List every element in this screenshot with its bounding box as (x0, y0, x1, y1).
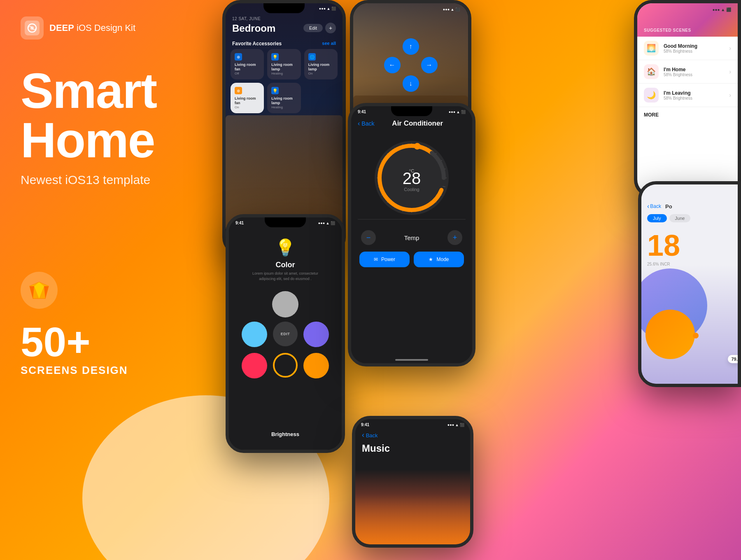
music-title: Music (355, 443, 470, 454)
edit-colors-button[interactable]: EDIT (273, 322, 298, 346)
tile-fan-off-name: Living room fan (235, 63, 260, 72)
power-title: Po (665, 203, 672, 210)
arrows-container: ↑ ← → ↓ (384, 38, 438, 92)
logo-area: DEEP iOS Design Kit (21, 16, 135, 40)
color-circle-yellow-ring[interactable] (273, 353, 298, 378)
screens-count: 50+ SCREENS DESIGN (21, 321, 128, 377)
ac-screen: 9:41 ●●● ▲ ⬛ ‹ Back Air Conditioner (351, 106, 472, 363)
tile-lamp-heat2[interactable]: 💡 Living room lamp Heating (267, 83, 301, 113)
june-tab[interactable]: June (669, 214, 691, 222)
arrow-down-button[interactable]: ↓ (403, 75, 419, 92)
scenes-screen: ●●● ▲ ⬛ SUGGESTED SCENES 🌅 Good Morning … (637, 3, 738, 194)
see-all-link[interactable]: see all (322, 41, 336, 47)
scene-im-leaving-text: I'm Leaving 58% Brightness (664, 90, 724, 100)
svg-text:🌐: 🌐 (310, 54, 315, 60)
svg-text:⊕: ⊕ (237, 89, 240, 93)
phone-power: ‹ Back Po July June 18 25.6% INCR 79.05 (638, 181, 741, 387)
phone-ac: 9:41 ●●● ▲ ⬛ ‹ Back Air Conditioner (348, 103, 475, 366)
ac-time: 9:41 (358, 110, 366, 114)
power-button[interactable]: ✉ Power (359, 252, 410, 267)
phone-music: 9:41 ●●● ▲ ⬛ ‹ Back Music (352, 416, 473, 548)
color-circle-pink[interactable] (242, 353, 267, 378)
notch-ac (391, 106, 432, 116)
nav-status-bar: ●●● ▲ ⬛ (353, 7, 468, 12)
color-circle-cyan[interactable] (242, 322, 267, 347)
color-circle-purple[interactable] (303, 322, 329, 347)
arrow-up-button[interactable]: ↑ (403, 38, 419, 55)
tile-lamp-heating-name: Living room lamp (271, 63, 296, 72)
mode-icon: ★ (429, 257, 433, 262)
power-bubble: 79.05 (728, 355, 738, 363)
bedroom-title: Bedroom (232, 23, 275, 34)
scene-good-morning[interactable]: 🌅 Good Morning 58% Brightness › (637, 37, 738, 60)
tile-lamp-heating[interactable]: 💡 Living room lamp Heating (267, 49, 301, 79)
lamp-icon: 💡 (271, 53, 296, 63)
thermostat-dial[interactable]: °C 28 Cooling (370, 137, 453, 219)
scene-good-morning-text: Good Morning 58% Brightness (664, 43, 724, 54)
accessories-grid: ⊕ Living room fan Off 💡 Living room lamp (226, 49, 343, 113)
temp-control: − Temp + (351, 224, 472, 252)
music-time: 9:41 (361, 422, 369, 427)
color-bulb-icon: 💡 (275, 238, 296, 257)
july-tab[interactable]: July (647, 214, 667, 222)
notch-color (265, 217, 306, 227)
im-leaving-icon: 🌙 (644, 88, 659, 103)
power-header: ‹ Back Po (641, 184, 738, 214)
scenes-header: SUGGESTED SCENES (637, 3, 738, 37)
ac-back-button[interactable]: ‹ Back (358, 120, 374, 127)
color-time: 9:41 (235, 221, 244, 225)
ac-title: Air Conditioner (377, 119, 457, 128)
fan-on-icon: ⊕ (235, 87, 260, 96)
temp-plus-button[interactable]: + (447, 230, 462, 245)
temp-minus-button[interactable]: − (361, 230, 376, 245)
scene-im-home-text: I'm Home 58% Brightness (664, 67, 724, 77)
fan-icon: ⊕ (235, 53, 260, 63)
color-screen: 9:41 ●●● ▲ ⬛ 💡 Color Lorem ipsum dolor s… (229, 217, 342, 450)
color-circle-gray[interactable] (272, 291, 298, 317)
chevron-icon-1: › (729, 68, 731, 75)
phone-scenes: ●●● ▲ ⬛ SUGGESTED SCENES 🌅 Good Morning … (634, 0, 741, 198)
svg-text:⊕: ⊕ (237, 55, 240, 59)
tile-fan-on[interactable]: ⊕ Living room fan On (231, 83, 264, 113)
music-back-button[interactable]: ‹ Back (362, 431, 378, 439)
tile-fan-on-status: On (235, 105, 260, 109)
power-back-button[interactable]: ‹ Back (647, 203, 661, 210)
color-title: Color (276, 261, 295, 269)
chevron-icon-0: › (729, 45, 731, 51)
month-tabs: July June (641, 214, 738, 226)
tile-lamp-heating-status: Heating (271, 72, 296, 75)
arrow-right-button[interactable]: → (421, 57, 438, 73)
scene-im-home[interactable]: 🏠 I'm Home 58% Brightness › (637, 60, 738, 84)
globe-icon: 🌐 (308, 53, 333, 63)
im-home-icon: 🏠 (644, 64, 659, 79)
good-morning-icon: 🌅 (644, 41, 659, 56)
svg-text:28: 28 (403, 169, 421, 187)
sketch-circle (21, 272, 58, 309)
color-circle-orange[interactable] (303, 353, 329, 378)
add-button[interactable]: + (325, 23, 336, 33)
color-description: Lorem ipsum dolor sit amet, consectetur … (248, 271, 322, 281)
edit-button[interactable]: Edit (303, 24, 323, 32)
count-number: 50+ (21, 321, 128, 362)
tile-fan-off[interactable]: ⊕ Living room fan Off (231, 49, 264, 79)
count-label: SCREENS DESIGN (21, 364, 128, 377)
sketch-icon-area (21, 272, 58, 309)
arrow-left-button[interactable]: ← (384, 57, 401, 73)
power-icon: ✉ (374, 257, 378, 262)
mode-button[interactable]: ★ Mode (414, 252, 464, 267)
music-screen: 9:41 ●●● ▲ ⬛ ‹ Back Music (355, 419, 470, 544)
svg-text:💡: 💡 (273, 54, 278, 60)
bedroom-date: 12 SAT, JUNE (232, 16, 336, 21)
logo-icon (21, 16, 44, 40)
music-status-bar: 9:41 ●●● ▲ ⬛ (355, 422, 470, 427)
tile-lamp-on[interactable]: 🌐 Living room lamp On (304, 49, 338, 79)
scene-im-leaving[interactable]: 🌙 I'm Leaving 58% Brightness › (637, 84, 738, 107)
more-button[interactable]: MORE (637, 107, 738, 123)
hero-title: Smart Home (21, 66, 156, 165)
hero-subtitle: Newest iOS13 template (21, 173, 156, 187)
svg-text:💡: 💡 (273, 88, 278, 93)
logo-text: DEEP iOS Design Kit (49, 23, 135, 33)
svg-text:Cooling: Cooling (404, 187, 419, 192)
tile-fan-off-status: Off (235, 72, 260, 75)
phone-color: 9:41 ●●● ▲ ⬛ 💡 Color Lorem ipsum dolor s… (226, 214, 345, 453)
